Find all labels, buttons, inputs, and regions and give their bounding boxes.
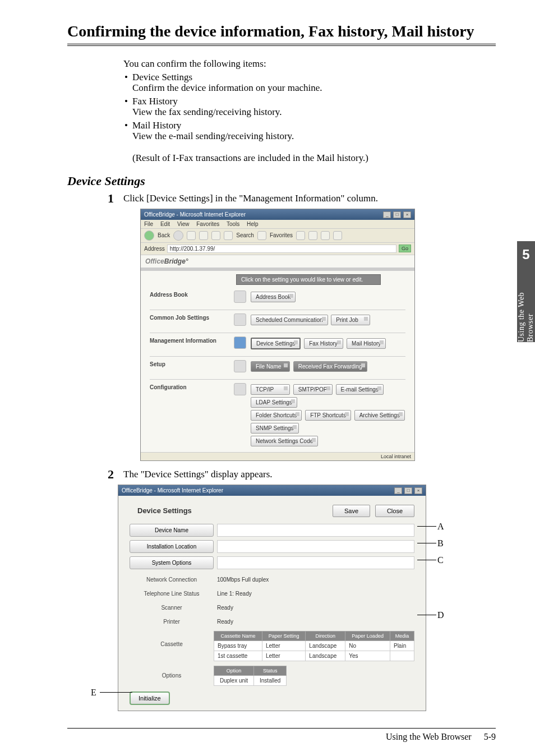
- forward-icon[interactable]: [173, 231, 183, 241]
- row-installation-location: Installation Location: [130, 540, 414, 553]
- maximize-icon[interactable]: □: [393, 211, 401, 218]
- tcpip-button[interactable]: TCP/IP: [251, 384, 290, 395]
- intro-item: Fax History View the fax sending/receivi…: [123, 96, 496, 118]
- window-title: OfficeBridge - Microsoft Internet Explor…: [122, 487, 223, 494]
- intro-item-desc: Confirm the device information on your m…: [132, 82, 496, 94]
- initialize-button[interactable]: Initialize: [130, 692, 170, 705]
- print-icon[interactable]: [333, 231, 342, 240]
- close-button[interactable]: Close: [375, 505, 414, 517]
- menu-help[interactable]: Help: [247, 221, 259, 227]
- th-cassette-name: Cassette Name: [214, 631, 262, 640]
- section-label-configuration: Configuration: [150, 383, 234, 448]
- print-job-button[interactable]: Print Job: [331, 315, 370, 325]
- home-icon[interactable]: [211, 231, 220, 240]
- intro-item: Device Settings Confirm the device infor…: [123, 72, 496, 94]
- callout-d: D: [437, 610, 444, 620]
- search-icon[interactable]: [224, 231, 233, 240]
- browser-toolbar: Back Search Favorites: [141, 228, 414, 243]
- menu-view[interactable]: View: [177, 221, 190, 227]
- maximize-icon[interactable]: □: [404, 487, 412, 494]
- menu-favorites[interactable]: Favorites: [196, 221, 219, 227]
- scheduled-communication-button[interactable]: Scheduled Communication: [251, 315, 328, 325]
- menu-file[interactable]: File: [144, 221, 153, 227]
- chapter-side-text: Using the Web Browser: [517, 268, 535, 342]
- close-icon[interactable]: ×: [403, 211, 411, 218]
- page-title: Confirming the device information, Fax h…: [67, 22, 496, 46]
- media-icon[interactable]: [296, 231, 305, 240]
- label-device-name: Device Name: [130, 524, 214, 537]
- value-installation-location[interactable]: [217, 540, 414, 553]
- intro-item-title: Fax History: [132, 96, 178, 107]
- refresh-icon[interactable]: [199, 231, 208, 240]
- minimize-icon[interactable]: _: [394, 487, 402, 494]
- folder-shortcuts-button[interactable]: Folder Shortcuts: [251, 410, 302, 421]
- received-fax-forwarding-button[interactable]: Received Fax Forwarding: [293, 361, 367, 372]
- page-footer: Using the Web Browser 5-9: [67, 728, 496, 742]
- th-paper-loaded: Paper Loaded: [345, 631, 390, 640]
- callout-line: [417, 526, 436, 527]
- intro-item: Mail History View the e-mail sending/rec…: [123, 120, 496, 164]
- snmp-settings-button[interactable]: SNMP Settings: [251, 423, 299, 434]
- archive-settings-button[interactable]: Archive Settings: [354, 410, 405, 421]
- statusbar: Local intranet: [141, 452, 414, 460]
- ftp-shortcuts-button[interactable]: FTP Shortcuts: [305, 410, 351, 421]
- network-settings-code-button[interactable]: Network Settings Code: [251, 436, 318, 446]
- minimize-icon[interactable]: _: [383, 211, 391, 218]
- value-system-options[interactable]: [217, 556, 414, 569]
- value-scanner: Ready: [214, 603, 414, 612]
- browser-menubar: File Edit View Favorites Tools Help: [141, 220, 414, 228]
- table-row: 1st cassette Letter Landscape Yes: [214, 651, 414, 661]
- address-book-button[interactable]: Address Book: [251, 292, 296, 302]
- screenshot-device-settings: OfficeBridge - Microsoft Internet Explor…: [118, 485, 426, 711]
- close-icon[interactable]: ×: [414, 487, 422, 494]
- intro-block: You can confirm the following items: Dev…: [123, 58, 496, 164]
- go-button[interactable]: Go: [399, 245, 411, 252]
- label-scanner: Scanner: [130, 603, 214, 612]
- callout-e: E: [91, 688, 96, 698]
- smtp-pop-button[interactable]: SMTP/POP: [293, 384, 333, 395]
- status-zone: Local intranet: [381, 454, 411, 459]
- callout-c: C: [437, 555, 444, 565]
- save-button[interactable]: Save: [333, 505, 370, 517]
- history-icon[interactable]: [308, 231, 317, 240]
- mail-icon[interactable]: [321, 231, 330, 240]
- address-bar: Address http://200.1.37.99/ Go: [141, 243, 414, 255]
- ldap-settings-button[interactable]: LDAP Settings: [251, 397, 297, 408]
- label-installation-location: Installation Location: [130, 540, 214, 553]
- step-text: Click [Device Settings] in the "Manageme…: [123, 193, 378, 204]
- menu-tools[interactable]: Tools: [227, 221, 239, 227]
- intro-item-desc: View the fax sending/receiving history.: [132, 107, 496, 118]
- section-label-common-job: Common Job Settings: [150, 314, 234, 327]
- label-network-connection: Network Connection: [130, 575, 214, 584]
- back-icon[interactable]: [144, 231, 154, 241]
- address-field[interactable]: http://200.1.37.99/: [167, 245, 396, 253]
- value-telephone-line-status: Line 1: Ready: [214, 589, 414, 598]
- label-printer: Printer: [130, 617, 214, 626]
- fax-history-button[interactable]: Fax History: [304, 338, 343, 349]
- callout-line: [100, 692, 132, 693]
- back-label: Back: [158, 232, 170, 238]
- value-device-name[interactable]: [217, 524, 414, 537]
- intro-item-desc: View the e-mail sending/receiving histor…: [132, 131, 496, 142]
- stop-icon[interactable]: [187, 231, 196, 240]
- section-label-address-book: Address Book: [150, 291, 234, 304]
- search-label: Search: [236, 232, 254, 238]
- file-name-button[interactable]: File Name: [251, 361, 290, 372]
- callout-line: [417, 560, 436, 560]
- options-table: Option Status Duplex unit Installed: [214, 666, 287, 686]
- window-title: OfficeBridge - Microsoft Internet Explor…: [144, 211, 246, 218]
- menu-edit[interactable]: Edit: [160, 221, 170, 227]
- email-settings-button[interactable]: E-mail Settings: [336, 384, 384, 395]
- mail-history-button[interactable]: Mail History: [347, 338, 386, 349]
- step-1: 1 Click [Device Settings] in the "Manage…: [123, 193, 496, 204]
- step-2: 2 The "Device Settings" display appears.: [123, 469, 496, 480]
- intro-item-title: Device Settings: [132, 72, 192, 82]
- chapter-number: 5: [522, 247, 529, 262]
- value-printer: Ready: [214, 617, 414, 626]
- th-option: Option: [214, 666, 254, 675]
- screenshot-officebridge-main: OfficeBridge - Microsoft Internet Explor…: [140, 209, 415, 461]
- intro-item-desc2: (Result of I-Fax transactions are includ…: [132, 153, 496, 164]
- footer-text: Using the Web Browser: [386, 732, 472, 742]
- favorites-icon[interactable]: [257, 231, 266, 240]
- device-settings-button[interactable]: Device Settings: [251, 338, 301, 349]
